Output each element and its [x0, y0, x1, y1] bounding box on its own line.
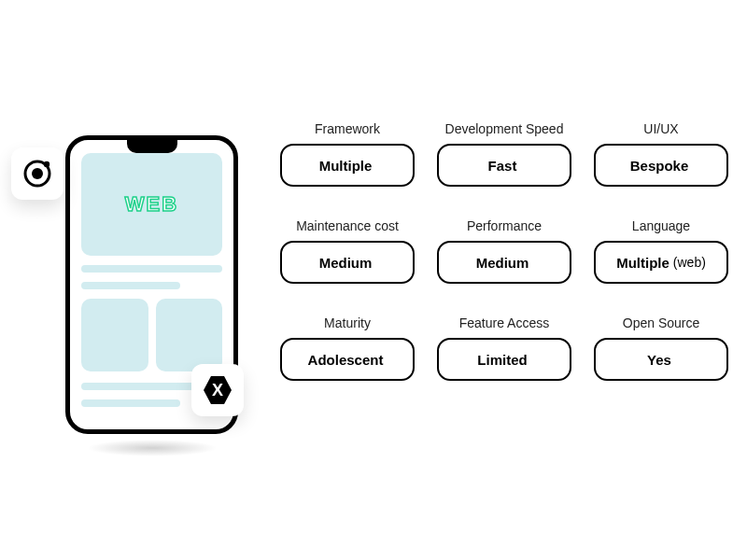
card-pill: Limited: [437, 338, 571, 381]
card-pill: Fast: [437, 144, 571, 187]
placeholder-bar-short: [81, 399, 180, 407]
card-performance: Performance Medium: [437, 218, 571, 284]
card-category: UI/UX: [594, 121, 728, 136]
xamarin-icon: X: [201, 373, 234, 407]
card-pill: Multiple(web): [594, 241, 728, 284]
card-category: Development Speed: [437, 121, 571, 136]
svg-text:X: X: [212, 381, 223, 399]
card-value: Bespoke: [630, 158, 689, 174]
card-value: Medium: [319, 255, 373, 271]
card-suffix: (web): [673, 255, 706, 270]
ionic-icon: [21, 158, 53, 189]
card-maturity: Maturity Adolescent: [280, 315, 415, 381]
diagram-stage: WEB X: [0, 0, 747, 560]
card-category: Framework: [280, 121, 415, 136]
phone-shadow: [87, 440, 218, 456]
hero-block: WEB: [81, 153, 222, 256]
card-maintenance-cost: Maintenance cost Medium: [280, 218, 415, 284]
card-category: Maturity: [280, 315, 415, 330]
card-pill: Yes: [594, 338, 728, 381]
placeholder-tile: [81, 299, 148, 371]
placeholder-tile: [156, 299, 223, 371]
card-category: Language: [594, 218, 728, 233]
xamarin-badge: X: [191, 364, 244, 416]
card-language: Language Multiple(web): [594, 218, 728, 284]
card-pill: Multiple: [280, 144, 415, 187]
card-value: Fast: [488, 158, 517, 174]
card-pill: Medium: [437, 241, 571, 284]
card-value: Medium: [476, 255, 529, 271]
web-label: WEB: [125, 192, 178, 217]
card-open-source: Open Source Yes: [594, 315, 728, 381]
card-pill: Bespoke: [594, 144, 728, 187]
tile-row: [81, 299, 222, 371]
card-category: Open Source: [594, 315, 728, 330]
svg-point-1: [32, 168, 43, 179]
card-category: Feature Access: [437, 315, 571, 330]
card-pill: Adolescent: [280, 338, 415, 381]
phone-notch: [127, 140, 177, 153]
card-value: Adolescent: [308, 352, 384, 368]
card-ui-ux: UI/UX Bespoke: [594, 121, 728, 187]
card-pill: Medium: [280, 241, 415, 284]
placeholder-bar-short: [81, 282, 180, 289]
card-category: Performance: [437, 218, 571, 233]
card-development-speed: Development Speed Fast: [437, 121, 571, 187]
attributes-grid: Framework Multiple Development Speed Fas…: [280, 121, 728, 381]
card-framework: Framework Multiple: [280, 121, 415, 187]
card-value: Limited: [477, 352, 527, 368]
card-category: Maintenance cost: [280, 218, 415, 233]
card-value: Multiple: [319, 158, 373, 174]
card-value: Yes: [647, 352, 671, 368]
svg-point-2: [44, 161, 49, 167]
card-value: Multiple: [616, 255, 669, 271]
placeholder-bar: [81, 265, 222, 273]
ionic-badge: [11, 147, 63, 200]
card-feature-access: Feature Access Limited: [437, 315, 571, 381]
